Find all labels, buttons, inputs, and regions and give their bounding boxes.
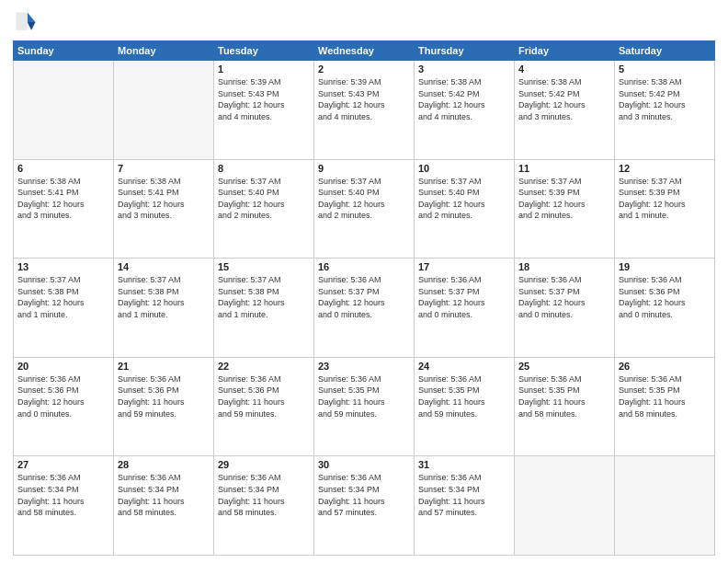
day-number: 3: [418, 63, 510, 75]
cell-info: Sunrise: 5:36 AM Sunset: 5:34 PM Dayligh…: [118, 472, 210, 518]
cell-info: Sunrise: 5:36 AM Sunset: 5:35 PM Dayligh…: [318, 373, 410, 419]
calendar-cell: 24Sunrise: 5:36 AM Sunset: 5:35 PM Dayli…: [415, 357, 515, 456]
calendar-cell: 20Sunrise: 5:36 AM Sunset: 5:36 PM Dayli…: [14, 357, 114, 456]
calendar-cell: [114, 61, 214, 160]
cell-info: Sunrise: 5:36 AM Sunset: 5:36 PM Dayligh…: [619, 274, 711, 320]
calendar-cell: 19Sunrise: 5:36 AM Sunset: 5:36 PM Dayli…: [615, 259, 715, 358]
day-number: 19: [619, 261, 711, 272]
cell-info: Sunrise: 5:37 AM Sunset: 5:39 PM Dayligh…: [518, 176, 610, 222]
calendar-cell: 27Sunrise: 5:36 AM Sunset: 5:34 PM Dayli…: [14, 456, 114, 556]
cell-info: Sunrise: 5:37 AM Sunset: 5:40 PM Dayligh…: [218, 176, 310, 222]
calendar-cell: 6Sunrise: 5:38 AM Sunset: 5:41 PM Daylig…: [14, 159, 114, 259]
day-number: 28: [118, 459, 210, 470]
day-number: 13: [17, 261, 109, 272]
day-number: 9: [318, 163, 410, 174]
cell-info: Sunrise: 5:36 AM Sunset: 5:35 PM Dayligh…: [619, 373, 711, 419]
day-number: 20: [17, 361, 109, 372]
cell-info: Sunrise: 5:37 AM Sunset: 5:39 PM Dayligh…: [619, 176, 711, 222]
calendar-cell: [14, 61, 114, 160]
cell-info: Sunrise: 5:36 AM Sunset: 5:35 PM Dayligh…: [418, 373, 510, 419]
calendar-cell: 8Sunrise: 5:37 AM Sunset: 5:40 PM Daylig…: [214, 159, 314, 259]
calendar-cell: 30Sunrise: 5:36 AM Sunset: 5:34 PM Dayli…: [314, 456, 415, 556]
cell-info: Sunrise: 5:37 AM Sunset: 5:40 PM Dayligh…: [318, 176, 410, 222]
calendar-cell: 1Sunrise: 5:39 AM Sunset: 5:43 PM Daylig…: [214, 61, 314, 160]
cell-info: Sunrise: 5:38 AM Sunset: 5:41 PM Dayligh…: [17, 176, 109, 222]
calendar-cell: [615, 456, 715, 556]
day-number: 30: [318, 459, 410, 470]
header: [13, 9, 715, 35]
day-number: 18: [518, 261, 610, 272]
day-number: 25: [518, 361, 610, 372]
calendar-day-header: Thursday: [415, 41, 515, 61]
calendar-cell: 29Sunrise: 5:36 AM Sunset: 5:34 PM Dayli…: [214, 456, 314, 556]
cell-info: Sunrise: 5:36 AM Sunset: 5:34 PM Dayligh…: [17, 472, 109, 518]
day-number: 23: [318, 361, 410, 372]
calendar-cell: 23Sunrise: 5:36 AM Sunset: 5:35 PM Dayli…: [314, 357, 415, 456]
calendar-day-header: Sunday: [14, 41, 114, 61]
day-number: 24: [418, 361, 510, 372]
cell-info: Sunrise: 5:36 AM Sunset: 5:35 PM Dayligh…: [518, 373, 610, 419]
svg-rect-2: [17, 13, 28, 30]
calendar-cell: 2Sunrise: 5:39 AM Sunset: 5:43 PM Daylig…: [314, 61, 415, 160]
calendar-cell: 28Sunrise: 5:36 AM Sunset: 5:34 PM Dayli…: [114, 456, 214, 556]
cell-info: Sunrise: 5:36 AM Sunset: 5:34 PM Dayligh…: [418, 472, 510, 518]
day-number: 2: [318, 63, 410, 75]
cell-info: Sunrise: 5:39 AM Sunset: 5:43 PM Dayligh…: [218, 76, 310, 122]
calendar-cell: 17Sunrise: 5:36 AM Sunset: 5:37 PM Dayli…: [415, 259, 515, 358]
day-number: 12: [619, 163, 711, 174]
calendar-table: SundayMondayTuesdayWednesdayThursdayFrid…: [13, 40, 715, 556]
day-number: 21: [118, 361, 210, 372]
day-number: 22: [218, 361, 310, 372]
day-number: 26: [619, 361, 711, 372]
day-number: 14: [118, 261, 210, 272]
svg-marker-0: [28, 13, 36, 23]
day-number: 5: [619, 63, 711, 75]
logo-icon: [13, 9, 39, 35]
svg-marker-1: [28, 22, 36, 30]
cell-info: Sunrise: 5:37 AM Sunset: 5:38 PM Dayligh…: [118, 274, 210, 320]
cell-info: Sunrise: 5:38 AM Sunset: 5:41 PM Dayligh…: [118, 176, 210, 222]
cell-info: Sunrise: 5:36 AM Sunset: 5:37 PM Dayligh…: [518, 274, 610, 320]
calendar-day-header: Tuesday: [214, 41, 314, 61]
calendar-day-header: Saturday: [615, 41, 715, 61]
day-number: 1: [218, 63, 310, 75]
cell-info: Sunrise: 5:36 AM Sunset: 5:36 PM Dayligh…: [17, 373, 109, 419]
cell-info: Sunrise: 5:38 AM Sunset: 5:42 PM Dayligh…: [518, 76, 610, 122]
day-number: 11: [518, 163, 610, 174]
day-number: 16: [318, 261, 410, 272]
cell-info: Sunrise: 5:37 AM Sunset: 5:38 PM Dayligh…: [218, 274, 310, 320]
calendar-cell: 11Sunrise: 5:37 AM Sunset: 5:39 PM Dayli…: [515, 159, 615, 259]
calendar-week-row: 20Sunrise: 5:36 AM Sunset: 5:36 PM Dayli…: [14, 357, 715, 456]
day-number: 8: [218, 163, 310, 174]
calendar-cell: 13Sunrise: 5:37 AM Sunset: 5:38 PM Dayli…: [14, 259, 114, 358]
day-number: 4: [518, 63, 610, 75]
calendar-cell: 3Sunrise: 5:38 AM Sunset: 5:42 PM Daylig…: [415, 61, 515, 160]
calendar-day-header: Monday: [114, 41, 214, 61]
day-number: 31: [418, 459, 510, 470]
calendar-cell: 25Sunrise: 5:36 AM Sunset: 5:35 PM Dayli…: [515, 357, 615, 456]
cell-info: Sunrise: 5:36 AM Sunset: 5:37 PM Dayligh…: [418, 274, 510, 320]
calendar-cell: 10Sunrise: 5:37 AM Sunset: 5:40 PM Dayli…: [415, 159, 515, 259]
page: SundayMondayTuesdayWednesdayThursdayFrid…: [0, 0, 728, 563]
calendar-cell: 14Sunrise: 5:37 AM Sunset: 5:38 PM Dayli…: [114, 259, 214, 358]
day-number: 27: [17, 459, 109, 470]
day-number: 15: [218, 261, 310, 272]
calendar-cell: 16Sunrise: 5:36 AM Sunset: 5:37 PM Dayli…: [314, 259, 415, 358]
calendar-cell: [515, 456, 615, 556]
calendar-cell: 4Sunrise: 5:38 AM Sunset: 5:42 PM Daylig…: [515, 61, 615, 160]
day-number: 7: [118, 163, 210, 174]
calendar-day-header: Friday: [515, 41, 615, 61]
cell-info: Sunrise: 5:37 AM Sunset: 5:38 PM Dayligh…: [17, 274, 109, 320]
calendar-header-row: SundayMondayTuesdayWednesdayThursdayFrid…: [14, 41, 715, 61]
cell-info: Sunrise: 5:38 AM Sunset: 5:42 PM Dayligh…: [619, 76, 711, 122]
calendar-week-row: 27Sunrise: 5:36 AM Sunset: 5:34 PM Dayli…: [14, 456, 715, 556]
calendar-cell: 12Sunrise: 5:37 AM Sunset: 5:39 PM Dayli…: [615, 159, 715, 259]
logo: [13, 9, 42, 35]
day-number: 6: [17, 163, 109, 174]
day-number: 10: [418, 163, 510, 174]
calendar-cell: 21Sunrise: 5:36 AM Sunset: 5:36 PM Dayli…: [114, 357, 214, 456]
calendar-week-row: 1Sunrise: 5:39 AM Sunset: 5:43 PM Daylig…: [14, 61, 715, 160]
calendar-week-row: 6Sunrise: 5:38 AM Sunset: 5:41 PM Daylig…: [14, 159, 715, 259]
day-number: 17: [418, 261, 510, 272]
cell-info: Sunrise: 5:39 AM Sunset: 5:43 PM Dayligh…: [318, 76, 410, 122]
